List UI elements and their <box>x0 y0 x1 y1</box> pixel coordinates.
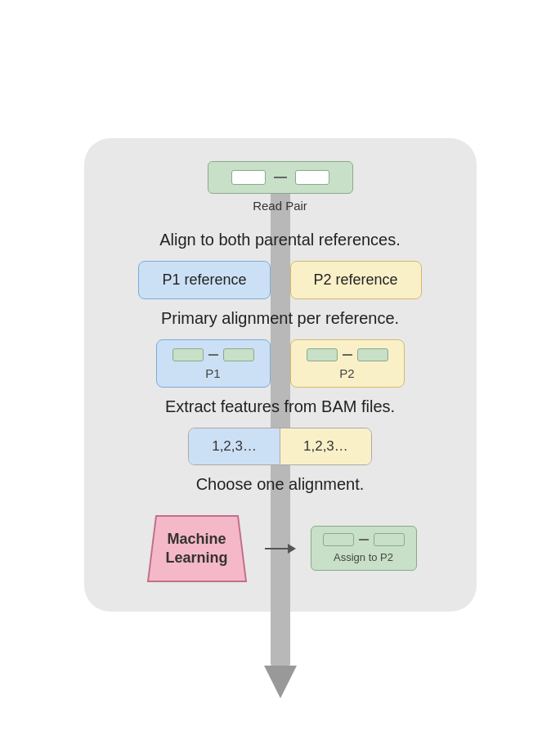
ml-trapezoid: Machine Learning <box>144 512 250 585</box>
ml-label-text: Machine Learning <box>165 530 227 565</box>
assign-reads <box>323 533 405 546</box>
step3-label: Extract features from BAM files. <box>165 397 395 416</box>
p1-alignment-label: P1 <box>205 366 220 380</box>
p2-features-box: 1,2,3… <box>280 428 371 464</box>
step1-label: Align to both parental references. <box>159 231 401 249</box>
p1-alignment-box: P1 <box>156 339 271 388</box>
p1-features-box: 1,2,3… <box>189 428 280 464</box>
assign-rect-right <box>374 533 405 546</box>
diagram-container: Read Pair Align to both parental referen… <box>84 138 477 612</box>
svg-marker-1 <box>264 666 297 698</box>
p1-reference-box: P1 reference <box>138 261 270 299</box>
read-rect-right <box>295 170 329 185</box>
p2-alignment-reads <box>307 348 388 361</box>
p2-reference-box: P2 reference <box>290 261 422 299</box>
references-row: P1 reference P2 reference <box>138 261 421 299</box>
step4-label: Choose one alignment. <box>196 475 365 494</box>
p1-align-connector <box>208 354 218 356</box>
ml-section: Machine Learning Assign to P2 <box>144 512 417 585</box>
p2-align-connector <box>343 354 352 356</box>
p1-alignment-reads <box>172 348 254 361</box>
step2-label: Primary alignment per reference. <box>161 309 399 328</box>
ml-label: Machine Learning <box>165 529 227 567</box>
assign-connector <box>359 539 369 540</box>
ml-arrow-head <box>288 544 296 554</box>
ml-row: Machine Learning Assign to P2 <box>144 512 417 585</box>
read-rect-left <box>231 170 266 185</box>
p1-align-rect-left <box>172 348 204 361</box>
read-connector-line <box>274 177 287 178</box>
p1-align-rect-right <box>223 348 254 361</box>
p2-alignment-box: P2 <box>290 339 405 388</box>
svg-rect-0 <box>271 183 290 666</box>
read-pair-section: Read Pair <box>208 161 353 213</box>
assign-box: Assign to P2 <box>311 526 417 571</box>
ml-to-assign-arrow <box>265 544 296 554</box>
p2-alignment-label: P2 <box>339 366 354 380</box>
read-pair-label: Read Pair <box>253 199 307 213</box>
p2-align-rect-right <box>357 348 388 361</box>
assign-rect-left <box>323 533 354 546</box>
p2-align-rect-left <box>307 348 338 361</box>
read-pair-box <box>208 161 353 194</box>
features-row: 1,2,3… 1,2,3… <box>188 428 372 465</box>
alignments-row: P1 P2 <box>156 339 405 388</box>
ml-arrow-line <box>265 548 288 549</box>
assign-label: Assign to P2 <box>334 551 393 563</box>
